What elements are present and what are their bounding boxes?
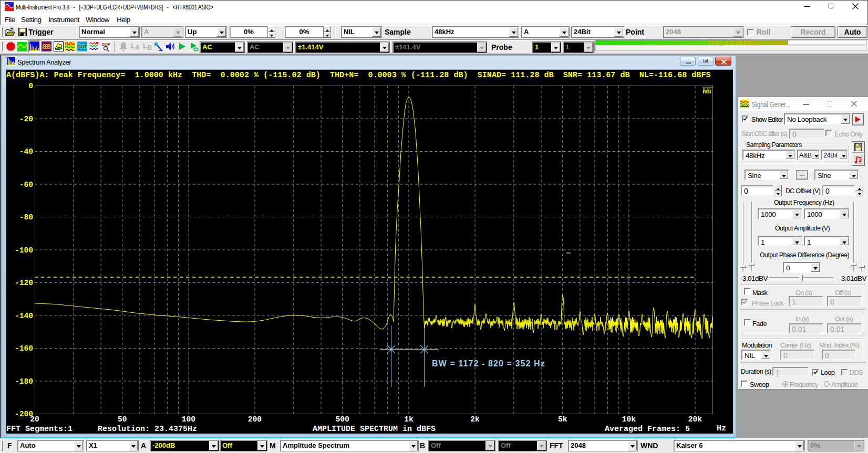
svg-text:-100: -100 bbox=[15, 246, 33, 255]
svg-text:B: B bbox=[147, 44, 152, 51]
svg-text:500: 500 bbox=[336, 415, 349, 424]
svg-text:-60: -60 bbox=[19, 181, 33, 189]
svg-text:Averaged Frames: 5: Averaged Frames: 5 bbox=[605, 425, 690, 434]
svg-text:-80: -80 bbox=[19, 213, 33, 222]
svg-text:-180: -180 bbox=[15, 377, 33, 386]
svg-text:5k: 5k bbox=[558, 415, 567, 424]
svg-text:-20: -20 bbox=[19, 115, 33, 123]
svg-text:0: 0 bbox=[28, 82, 33, 90]
svg-text:100: 100 bbox=[182, 415, 195, 424]
svg-text:P: P bbox=[108, 42, 111, 47]
svg-text:20k: 20k bbox=[688, 415, 702, 424]
svg-text:DUT: DUT bbox=[77, 44, 87, 49]
svg-text:BW = 1172 - 820 = 352 Hz: BW = 1172 - 820 = 352 Hz bbox=[432, 359, 545, 368]
svg-text:2k: 2k bbox=[470, 415, 480, 424]
svg-text:20: 20 bbox=[30, 415, 39, 424]
svg-text:Mi: Mi bbox=[702, 86, 711, 95]
svg-text:-120: -120 bbox=[15, 279, 33, 287]
svg-text:A: A bbox=[135, 44, 140, 51]
svg-text:FFT Segments:1: FFT Segments:1 bbox=[6, 425, 73, 434]
svg-text:Resolution: 23.4375Hz: Resolution: 23.4375Hz bbox=[98, 425, 197, 434]
svg-text:AMPLITUDE SPECTRUM in dBFS: AMPLITUDE SPECTRUM in dBFS bbox=[313, 425, 436, 434]
svg-text:10k: 10k bbox=[622, 415, 636, 424]
svg-text:1k: 1k bbox=[404, 415, 414, 424]
svg-text:50: 50 bbox=[118, 415, 127, 424]
svg-text:Hz: Hz bbox=[717, 424, 726, 433]
svg-text:200: 200 bbox=[248, 415, 262, 424]
svg-text:A(dBFS)A: Peak Frequency= 1.0: A(dBFS)A: Peak Frequency= 1.0000 kHz THD… bbox=[6, 70, 711, 80]
svg-text:-40: -40 bbox=[19, 148, 33, 156]
svg-text:-160: -160 bbox=[15, 344, 33, 353]
svg-text:888: 888 bbox=[42, 43, 51, 51]
svg-text:-140: -140 bbox=[15, 312, 33, 320]
